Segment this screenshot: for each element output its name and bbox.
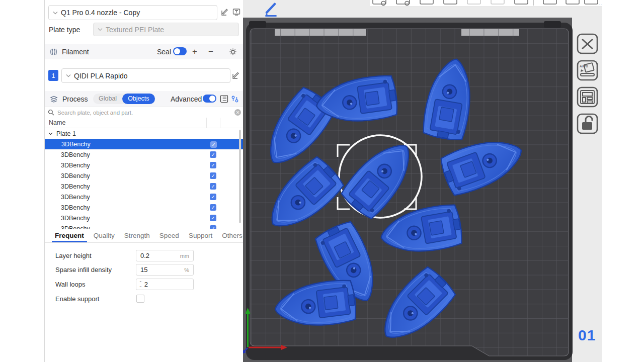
filament-slot-badge[interactable]: 1 xyxy=(48,70,58,81)
seal-toggle[interactable] xyxy=(173,47,187,55)
collapsed-left-rail xyxy=(0,0,45,362)
tab-strength[interactable]: Strength xyxy=(121,232,153,242)
layer-height-value: 0.2 xyxy=(140,252,149,259)
process-title: Process xyxy=(62,95,88,103)
param-list-icon[interactable] xyxy=(220,95,228,103)
enable-support-checkbox[interactable] xyxy=(136,295,144,303)
tree-plate-row[interactable]: Plate 1 xyxy=(45,128,243,139)
filament-select[interactable]: QIDI PLA Rapido xyxy=(61,68,230,83)
infill-density-unit: % xyxy=(184,267,189,273)
printer-preset-select[interactable]: Q1 Pro 0.4 nozzle - Copy xyxy=(48,5,217,20)
tree-item-label: 3DBenchy xyxy=(61,162,90,169)
scope-switch[interactable]: Global Objects xyxy=(93,94,155,104)
add-filament-button[interactable]: + xyxy=(192,47,197,57)
filament-title: Filament xyxy=(62,48,89,56)
arrange-plate-button[interactable] xyxy=(578,87,597,107)
scope-objects[interactable]: Objects xyxy=(122,94,154,104)
tree-item-row[interactable]: 3DBenchy✓ xyxy=(45,213,243,223)
plate-type-label: Plate type xyxy=(49,26,80,34)
visibility-checkbox[interactable]: ✓ xyxy=(210,151,216,158)
advanced-toggle[interactable] xyxy=(203,95,216,103)
list-scrollbar[interactable] xyxy=(239,130,241,223)
tab-support[interactable]: Support xyxy=(186,232,215,242)
visibility-checkbox[interactable]: ✓ xyxy=(210,215,216,221)
chevron-down-icon xyxy=(66,74,71,77)
chevron-expand-icon[interactable] xyxy=(48,132,53,135)
right-toolbar-strip xyxy=(572,0,602,362)
process-nodes-icon[interactable] xyxy=(231,95,239,103)
edit-preset-icon[interactable] xyxy=(220,8,229,17)
visibility-checkbox[interactable]: ✓ xyxy=(210,194,216,200)
svg-text:AUTO: AUTO xyxy=(580,65,588,68)
process-stack-icon xyxy=(49,95,58,103)
visibility-checkbox[interactable]: ✓ xyxy=(210,162,216,168)
filament-spool-icon xyxy=(49,48,58,56)
plate-row-label: Plate 1 xyxy=(56,130,76,137)
chevron-down-icon xyxy=(98,28,103,31)
gear-icon[interactable] xyxy=(229,48,237,56)
tree-item-label: 3DBenchy xyxy=(61,215,90,222)
search-placeholder: Search plate, object and part. xyxy=(57,110,133,116)
printer-preset-name: Q1 Pro 0.4 nozzle - Copy xyxy=(61,9,140,17)
layer-height-input[interactable]: 0.2 mm xyxy=(136,250,194,261)
viewport-3d[interactable]: . . : xyxy=(243,0,602,362)
visibility-checkbox[interactable]: ✓ xyxy=(210,204,216,211)
tree-item-label: 3DBenchy xyxy=(61,194,90,201)
arrange-plate-icon xyxy=(581,90,594,104)
visibility-checkbox[interactable]: ✓ xyxy=(210,172,216,179)
svg-text:. . :: . . : xyxy=(599,2,602,6)
search-icon xyxy=(48,109,54,116)
tree-item-row[interactable]: 3DBenchy✓ xyxy=(45,181,243,192)
clear-search-icon[interactable]: ✕ xyxy=(234,109,241,116)
infill-density-input[interactable]: 15 % xyxy=(136,264,194,276)
scope-global[interactable]: Global xyxy=(93,94,122,104)
edit-filament-icon[interactable] xyxy=(231,71,240,80)
tree-header-name: Name xyxy=(49,119,65,126)
visibility-checkbox[interactable]: ✓ xyxy=(210,141,217,148)
object-rows: 3DBenchy✓3DBenchy✓3DBenchy✓3DBenchy✓3DBe… xyxy=(45,139,243,229)
tree-item-row[interactable]: 3DBenchy✓ xyxy=(45,223,243,229)
tree-item-label: 3DBenchy xyxy=(61,183,90,190)
tab-frequent[interactable]: Frequent xyxy=(52,232,87,242)
param-label: Layer height xyxy=(55,252,92,259)
filament-name: QIDI PLA Rapido xyxy=(74,72,128,80)
param-label: Sparse infill density xyxy=(55,266,112,274)
param-label: Enable support xyxy=(55,295,99,303)
process-tabs: FrequentQualityStrengthSpeedSupportOther… xyxy=(45,230,243,243)
filament-section-header: Filament Seal + − xyxy=(45,44,243,59)
tree-item-row[interactable]: 3DBenchy✓ xyxy=(45,160,243,170)
tree-item-row[interactable]: 3DBenchy✓ xyxy=(45,202,243,213)
tree-item-row[interactable]: 3DBenchy✓ xyxy=(45,192,243,202)
stepper-arrows-icon[interactable]: ⌃⌄ xyxy=(139,282,142,288)
wall-loops-value: 2 xyxy=(144,281,148,288)
layer-height-unit: mm xyxy=(180,253,189,259)
tree-item-label: 3DBenchy xyxy=(61,172,90,179)
plate-type-select[interactable]: Textured PEI Plate xyxy=(93,23,239,36)
tab-speed[interactable]: Speed xyxy=(156,232,182,242)
remove-filament-button[interactable]: − xyxy=(208,47,213,57)
object-tree: Name Plate 1 3DBenchy✓3DBenchy✓3DBenchy✓… xyxy=(45,118,243,229)
tree-item-label: 3DBenchy xyxy=(61,141,91,148)
tab-quality[interactable]: Quality xyxy=(91,232,118,242)
tree-item-label: 3DBenchy xyxy=(61,204,90,211)
tab-others[interactable]: Others xyxy=(219,232,246,242)
advanced-label: Advanced xyxy=(171,95,202,103)
search-input[interactable]: Search plate, object and part. ✕ xyxy=(45,107,243,118)
process-section-header: Process Global Objects Advanced xyxy=(45,91,243,107)
plate-number-label: 01 xyxy=(578,327,596,343)
visibility-checkbox[interactable]: ✓ xyxy=(210,225,216,229)
visibility-checkbox[interactable]: ✓ xyxy=(210,183,216,190)
param-label: Wall loops xyxy=(55,281,85,288)
tree-item-label: 3DBenchy xyxy=(61,225,90,229)
tree-header: Name xyxy=(45,118,243,128)
wall-loops-stepper[interactable]: ⌃⌄ 2 xyxy=(136,279,194,290)
tree-item-label: 3DBenchy xyxy=(61,151,90,158)
seal-label: Seal xyxy=(157,48,171,56)
infill-density-value: 15 xyxy=(140,266,147,274)
chevron-down-icon xyxy=(53,11,58,15)
tree-item-row[interactable]: 3DBenchy✓ xyxy=(45,149,243,160)
plate-type-value: Textured PEI Plate xyxy=(106,26,164,34)
printer-setting-icon[interactable] xyxy=(232,8,241,17)
tree-item-row[interactable]: 3DBenchy✓ xyxy=(45,139,243,149)
tree-item-row[interactable]: 3DBenchy✓ xyxy=(45,170,243,181)
